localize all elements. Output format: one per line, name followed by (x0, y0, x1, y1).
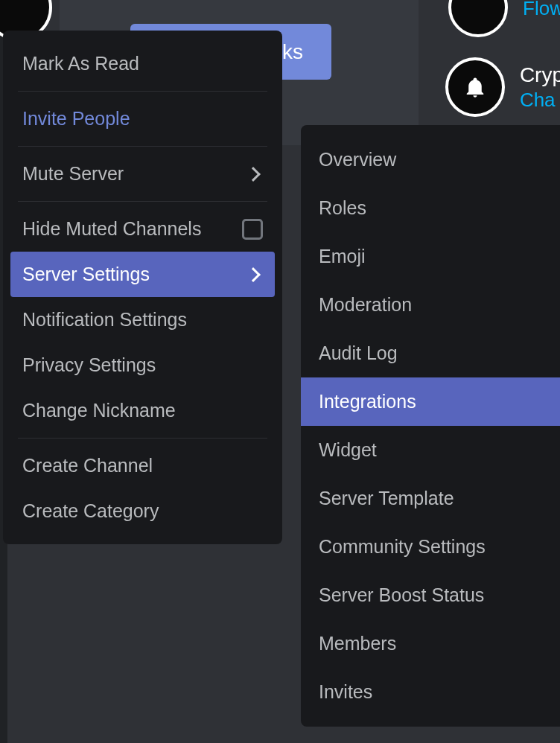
widget-label: Widget (319, 439, 377, 460)
divider (18, 146, 267, 147)
change-nickname-item[interactable]: Change Nickname (10, 388, 275, 433)
server-avatar-2 (445, 57, 505, 117)
integrations-item[interactable]: Integrations (301, 377, 560, 426)
mark-as-read-item[interactable]: Mark As Read (10, 41, 275, 86)
server-boost-status-item[interactable]: Server Boost Status (301, 571, 560, 619)
notification-settings-label: Notification Settings (22, 309, 187, 331)
divider (18, 201, 267, 202)
server-settings-submenu: Overview Roles Emoji Moderation Audit Lo… (301, 125, 560, 727)
create-category-item[interactable]: Create Category (10, 488, 275, 534)
server-settings-label: Server Settings (22, 264, 150, 285)
widget-item[interactable]: Widget (301, 426, 560, 474)
roles-item[interactable]: Roles (301, 184, 560, 232)
server-template-label: Server Template (319, 488, 454, 508)
invite-people-item[interactable]: Invite People (10, 96, 275, 141)
server-template-item[interactable]: Server Template (301, 474, 560, 523)
invites-item[interactable]: Invites (301, 668, 560, 716)
emoji-label: Emoji (319, 246, 366, 267)
privacy-settings-item[interactable]: Privacy Settings (10, 342, 275, 388)
audit-log-label: Audit Log (319, 342, 398, 363)
invite-people-label: Invite People (22, 108, 130, 130)
server-title-2: Cryp (520, 63, 560, 87)
checkbox-icon[interactable] (242, 219, 263, 240)
create-category-label: Create Category (22, 500, 159, 522)
members-item[interactable]: Members (301, 619, 560, 668)
server-subtitle-1: Flow (523, 0, 560, 20)
invites-label: Invites (319, 681, 372, 702)
change-nickname-label: Change Nickname (22, 400, 176, 421)
mute-server-label: Mute Server (22, 163, 124, 185)
server-listing-2[interactable]: Cryp Cha (445, 57, 560, 117)
community-settings-item[interactable]: Community Settings (301, 523, 560, 571)
bell-icon (464, 76, 486, 98)
server-boost-status-label: Server Boost Status (319, 584, 484, 605)
server-subtitle-2: Cha (520, 89, 560, 112)
create-channel-item[interactable]: Create Channel (10, 443, 275, 488)
server-context-menu: Mark As Read Invite People Mute Server H… (3, 31, 282, 544)
moderation-item[interactable]: Moderation (301, 281, 560, 329)
divider (18, 91, 267, 92)
chevron-right-icon (246, 167, 261, 182)
roles-label: Roles (319, 197, 366, 218)
divider (18, 438, 267, 439)
integrations-label: Integrations (319, 391, 416, 412)
mark-as-read-label: Mark As Read (22, 53, 139, 74)
server-avatar-1 (448, 0, 508, 37)
privacy-settings-label: Privacy Settings (22, 354, 156, 376)
emoji-item[interactable]: Emoji (301, 232, 560, 281)
create-channel-label: Create Channel (22, 455, 153, 476)
hide-muted-channels-item[interactable]: Hide Muted Channels (10, 206, 275, 252)
notification-settings-item[interactable]: Notification Settings (10, 297, 275, 342)
members-label: Members (319, 633, 396, 654)
community-settings-label: Community Settings (319, 536, 486, 557)
server-listing-1[interactable]: Flow (448, 0, 560, 37)
audit-log-item[interactable]: Audit Log (301, 329, 560, 377)
hide-muted-label: Hide Muted Channels (22, 218, 201, 240)
overview-label: Overview (319, 149, 396, 170)
server-settings-item[interactable]: Server Settings (10, 252, 275, 297)
chevron-right-icon (246, 267, 261, 282)
overview-item[interactable]: Overview (301, 135, 560, 184)
mute-server-item[interactable]: Mute Server (10, 151, 275, 197)
moderation-label: Moderation (319, 294, 412, 315)
